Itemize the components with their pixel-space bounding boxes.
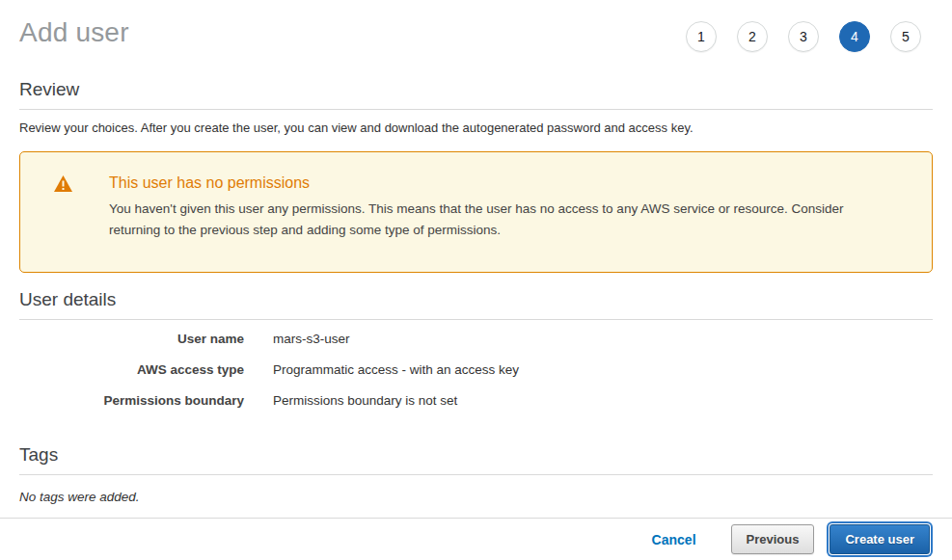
page-title: Add user [19, 15, 129, 48]
detail-value: Permissions boundary is not set [273, 393, 457, 408]
wizard-footer: Cancel Previous Create user [0, 518, 952, 560]
review-heading: Review [19, 79, 933, 110]
step-1-indicator: 1 [686, 21, 717, 52]
no-permissions-warning-banner: This user has no permissions You haven't… [19, 151, 933, 273]
warning-title: This user has no permissions [109, 174, 897, 192]
detail-label: User name [19, 332, 244, 346]
wizard-step-indicator: 1 2 3 4 5 [686, 15, 933, 52]
warning-icon-container [54, 174, 109, 272]
step-5-indicator: 5 [890, 21, 921, 52]
step-2-indicator: 2 [737, 21, 768, 52]
user-details-section: User details User name mars-s3-user AWS … [19, 289, 933, 408]
create-user-button[interactable]: Create user [830, 524, 930, 554]
user-details-heading: User details [19, 289, 933, 320]
review-description: Review your choices. After you create th… [19, 120, 933, 135]
tags-heading: Tags [19, 444, 933, 475]
detail-row-access-type: AWS access type Programmatic access - wi… [19, 362, 933, 377]
warning-text-block: This user has no permissions You haven't… [109, 174, 897, 272]
detail-label: AWS access type [19, 362, 244, 377]
review-section: Review Review your choices. After you cr… [19, 79, 933, 135]
detail-row-user-name: User name mars-s3-user [19, 332, 933, 346]
wizard-header: Add user 1 2 3 4 5 [0, 0, 952, 52]
detail-value: Programmatic access - with an access key [273, 362, 519, 377]
detail-label: Permissions boundary [19, 393, 244, 408]
step-4-indicator-active: 4 [839, 21, 870, 52]
warning-body: You haven't given this user any permissi… [109, 199, 897, 241]
warning-triangle-icon [54, 178, 72, 195]
detail-row-permissions-boundary: Permissions boundary Permissions boundar… [19, 393, 933, 408]
step-3-indicator: 3 [788, 21, 819, 52]
user-details-rows: User name mars-s3-user AWS access type P… [19, 332, 933, 408]
cancel-button[interactable]: Cancel [652, 532, 696, 547]
tags-empty-message: No tags were added. [19, 490, 933, 504]
add-user-wizard-page: Add user 1 2 3 4 5 Review Review your ch… [0, 0, 952, 560]
detail-value: mars-s3-user [273, 332, 350, 346]
previous-button[interactable]: Previous [731, 524, 815, 554]
tags-section: Tags No tags were added. [19, 444, 933, 504]
